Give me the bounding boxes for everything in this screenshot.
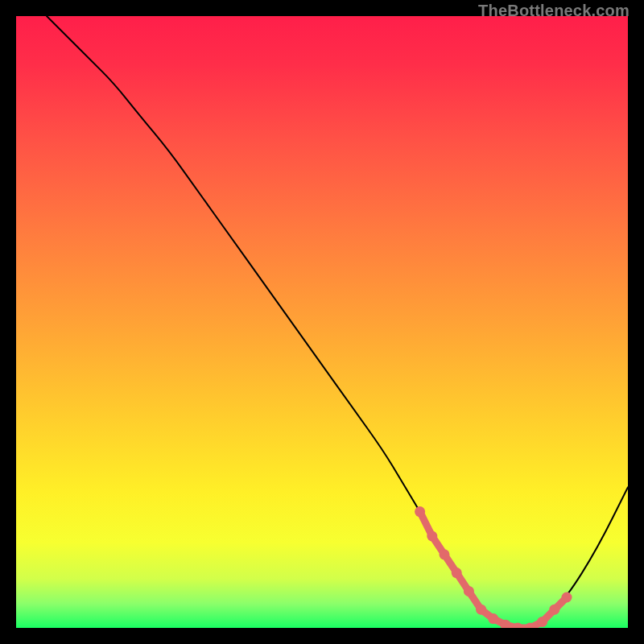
optimal-region-marker <box>549 605 559 615</box>
optimal-region-marker <box>415 506 425 517</box>
optimal-region-marker <box>537 617 547 627</box>
plot-area <box>16 16 628 628</box>
optimal-region-marker <box>452 568 462 578</box>
gradient-background <box>16 16 628 628</box>
optimal-region-marker <box>562 592 572 603</box>
optimal-region-marker <box>464 586 474 597</box>
optimal-region-marker <box>427 531 437 542</box>
optimal-region-marker <box>488 613 498 624</box>
chart-container: TheBottleneck.com <box>0 0 644 644</box>
chart-svg <box>16 16 628 628</box>
optimal-region-marker <box>476 605 486 615</box>
optimal-region-marker <box>440 549 450 559</box>
